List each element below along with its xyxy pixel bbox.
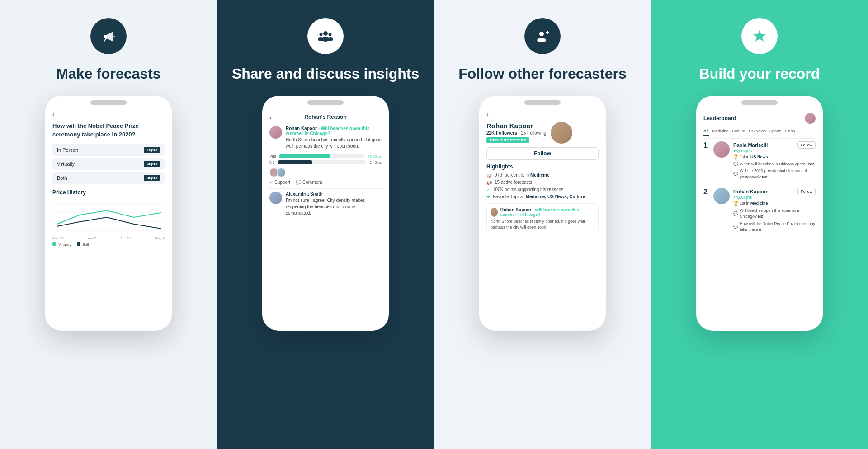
phone-2-notch	[307, 100, 344, 105]
lb-follow-btn-1[interactable]: Follow	[797, 141, 816, 149]
vote-no-bar	[278, 160, 365, 164]
lb-detail-text-2-1: 1st in Medicine	[740, 201, 768, 207]
legend-dot-2	[77, 242, 80, 246]
phone-3-content: ‹ Rohan Kapoor 22K Followers 25 Followin…	[479, 105, 606, 239]
reaction-avatars	[269, 168, 382, 177]
mini-post-name: Rohan Kapoor	[500, 207, 532, 212]
tab-sports[interactable]: Sports	[769, 129, 781, 136]
svg-point-13	[537, 38, 546, 42]
comment-btn[interactable]: 💬 Comment	[296, 180, 322, 185]
lb-user-name-1: Paola Mariselli	[733, 142, 768, 148]
comment-2-avatar	[269, 192, 282, 204]
comment-divider	[269, 188, 382, 189]
leaderboard-title: Leaderboard	[703, 115, 736, 122]
profile-avatar-3	[551, 122, 572, 144]
chat-title: Rohan's Reason	[304, 114, 347, 120]
phone-1: ‹ How will the Nobel Peace Prize ceremon…	[45, 96, 172, 331]
action-row: ✓ Support 💬 Comment	[269, 180, 382, 185]
group-icon	[317, 28, 334, 44]
phone-2-content: ‹ Rohan's Reason Rohan Kapoor › Will bea…	[262, 105, 389, 226]
lb-detail-2-3: 💬 How will the Nobel Peace Prize ceremon…	[733, 221, 816, 233]
phone-4-notch	[741, 100, 778, 105]
lb-header-avatar	[805, 113, 816, 124]
forecast-pts-3: 30pts	[144, 175, 160, 181]
megaphone-icon-sm: 📢	[486, 180, 492, 185]
vote-yes-fill	[279, 154, 330, 158]
lb-rank-1: 1	[703, 141, 710, 150]
profile-left: Rohan Kapoor 22K Followers 25 Following …	[486, 122, 546, 143]
lb-user-avatar-2	[713, 188, 730, 204]
phone-4: Leaderboard All Medicine Culture US News…	[696, 96, 823, 331]
comment-icon-2-2: 💬	[733, 211, 738, 217]
chart-label-1: Mar 18	[52, 236, 64, 240]
panel-3-title: Follow other forecasters	[458, 65, 627, 82]
legend-label-1: Virtually	[58, 243, 71, 247]
forecast-label-3: Both	[57, 175, 67, 181]
mini-post-meta: Rohan Kapoor › Will beaches open this su…	[500, 207, 594, 217]
group-icon-circle	[307, 18, 344, 54]
heart-icon: ❤	[486, 195, 490, 200]
forecast-row-1[interactable]: In Person 10pts	[52, 144, 165, 156]
comment-1-avatar	[269, 126, 282, 139]
forecast-row-3[interactable]: Both 30pts	[52, 172, 165, 184]
support-label: Support	[274, 180, 290, 185]
comment-1-body: Rohan Kapoor › Will beaches open this su…	[286, 126, 382, 150]
chart-icon: 📊	[486, 173, 492, 178]
comment-label: Comment	[302, 180, 322, 185]
highlight-4: ❤ Favorite Topics: Medicine, US News, Cu…	[486, 194, 599, 200]
tab-finance[interactable]: Finan...	[785, 129, 798, 136]
back-arrow-3[interactable]: ‹	[486, 110, 599, 118]
svg-point-11	[328, 37, 333, 41]
profile-stats: 22K Followers 25 Following	[486, 131, 546, 136]
comment-1-text: North Shore beaches recently opened. If …	[286, 137, 382, 150]
profile-section: Rohan Kapoor 22K Followers 25 Following …	[486, 122, 599, 144]
phone-2: ‹ Rohan's Reason Rohan Kapoor › Will bea…	[262, 96, 389, 331]
megaphone-icon-circle	[90, 18, 127, 54]
comment-icon-1-3: 💬	[733, 171, 738, 178]
lb-pts-1: +5,000pts	[733, 149, 816, 153]
lb-rank-2: 2	[703, 188, 710, 196]
svg-point-6	[323, 31, 328, 36]
add-user-icon-circle	[524, 18, 561, 54]
support-btn[interactable]: ✓ Support	[269, 180, 290, 185]
chat-back-arrow[interactable]: ‹	[269, 114, 272, 121]
lb-detail-text-1-3: Will the 2020 presidential election get …	[740, 168, 816, 180]
highlight-3: ✓ 100K points supporting his reasons	[486, 187, 599, 192]
vote-yes-bar	[279, 154, 365, 158]
forecast-row-2[interactable]: Virtually 60pts	[52, 158, 165, 170]
leaderboard-header: Leaderboard	[703, 110, 816, 126]
tab-all[interactable]: All	[703, 129, 709, 136]
panel-share-discuss: Share and discuss insights ‹ Rohan's Rea…	[217, 0, 434, 449]
vote-no-change: -1 40pts	[368, 160, 382, 164]
highlights-title: Highlights	[486, 164, 599, 170]
forecast-label-2: Virtually	[57, 161, 75, 167]
expert-badge: MEDICINE EXPERT	[486, 137, 529, 143]
legend-item-2: Both	[77, 242, 90, 247]
comment-icon-1-2: 💬	[733, 161, 738, 168]
lb-user-info-2: Rohan Kapoor Follow +4,000pts 🏆 1st in M…	[733, 188, 816, 233]
lb-divider	[703, 185, 816, 185]
phone-1-content: ‹ How will the Nobel Peace Prize ceremon…	[45, 105, 172, 252]
check-icon: ✓	[269, 180, 273, 185]
lb-detail-2-1: 🏆 1st in Medicine	[733, 201, 816, 207]
lb-user-row-2: Rohan Kapoor Follow	[733, 188, 816, 195]
lb-detail-text-2-3: How will the Nobel Peace Prize ceremony …	[740, 221, 816, 233]
lb-user-name-2: Rohan Kapoor	[733, 189, 768, 194]
tab-usnews[interactable]: US News	[749, 129, 766, 136]
tab-medicine[interactable]: Medicine	[712, 129, 729, 136]
followers-count: 22K Followers	[486, 131, 517, 136]
comment-1-name: Rohan Kapoor › Will beaches open this su…	[286, 126, 382, 136]
lb-detail-text-1-1: 1st in US News	[740, 154, 768, 160]
lb-detail-text-2-2: Will beaches open this summer in Chicago…	[740, 208, 816, 220]
legend-label-2: Both	[83, 243, 90, 247]
lb-follow-btn-2[interactable]: Follow	[797, 188, 816, 195]
back-arrow-1[interactable]: ‹	[52, 110, 165, 118]
follow-button[interactable]: Follow	[486, 147, 599, 160]
lb-row-1: 1 Paola Mariselli Follow +5,000pts 🏆 1st…	[703, 141, 816, 180]
chart-label-3: Apr 22	[120, 236, 131, 240]
lb-detail-1-1: 🏆 1st in US News	[733, 154, 816, 160]
comment-2-text: I'm not sure I agree. City density makes…	[286, 197, 382, 216]
legend-item-1: Virtually	[52, 242, 71, 247]
tab-culture[interactable]: Culture	[732, 129, 745, 136]
svg-point-10	[329, 33, 332, 36]
